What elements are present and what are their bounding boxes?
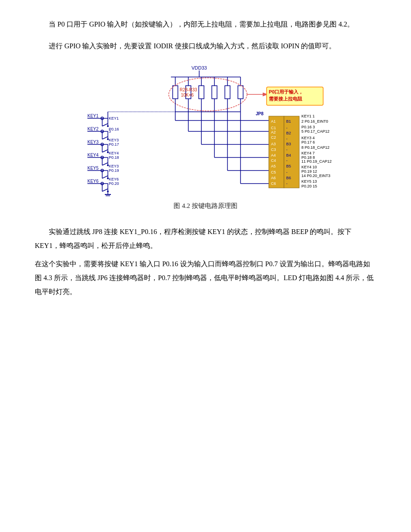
svg-text:P0.20: P0.20	[109, 181, 119, 186]
svg-text:P0.19: P0.19	[109, 168, 119, 173]
svg-text:KEY2: KEY2	[87, 127, 99, 131]
svg-text:C4: C4	[271, 158, 276, 163]
paragraph-3: 实验通过跳线 JP8 连接 KEY1_P0.16，程序检测按键 KEY1 的状态…	[35, 225, 376, 253]
svg-text:P0.17 6: P0.17 6	[301, 140, 315, 144]
svg-text:C5: C5	[271, 170, 276, 174]
svg-text:-: -	[286, 158, 287, 163]
svg-text:P0口用于输入，: P0口用于输入，	[269, 89, 303, 94]
diagram-caption: 图 4.2 按键电路原理图	[174, 200, 237, 212]
svg-text:KEY1: KEY1	[109, 116, 119, 120]
svg-text:5  P0.17_CAP12: 5 P0.17_CAP12	[301, 129, 330, 134]
svg-text:-: -	[286, 126, 287, 130]
svg-text:A4: A4	[271, 153, 276, 157]
svg-text:P0.17: P0.17	[109, 142, 119, 147]
svg-text:VDD33: VDD33	[191, 65, 207, 70]
svg-text:KEY4: KEY4	[87, 153, 99, 157]
svg-text:KEY3: KEY3	[87, 140, 99, 144]
svg-text:需要接上拉电阻: 需要接上拉电阻	[269, 96, 303, 101]
svg-text:C3: C3	[271, 147, 276, 152]
svg-text:B1: B1	[286, 119, 291, 124]
svg-text:KEY5: KEY5	[87, 166, 99, 171]
svg-text:KEY3: KEY3	[109, 164, 119, 168]
svg-point-15	[169, 78, 247, 111]
svg-text:P0.20 15: P0.20 15	[301, 184, 317, 188]
svg-text:B2: B2	[286, 131, 291, 135]
svg-text:KEY1 1: KEY1 1	[301, 114, 315, 118]
svg-text:-: -	[286, 181, 287, 186]
svg-text:KEY5 13: KEY5 13	[301, 179, 317, 184]
svg-text:R28-R33: R28-R33	[180, 87, 197, 92]
paragraph-2: 进行 GPIO 输入实验时，先要设置 IODIR 使接口线成为输入方式，然后读取…	[35, 39, 376, 53]
svg-text:P0.16 3: P0.16 3	[301, 125, 315, 129]
paragraph-4: 在这个实验中，需要将按键 KEY1 输入口 P0.16 设为输入口而蜂鸣器控制口…	[35, 257, 376, 299]
paragraph-1: 当 P0 口用于 GPIO 输入时（如按键输入），内部无上拉电阻，需要加上拉电阻…	[35, 17, 376, 31]
svg-text:A5: A5	[271, 164, 276, 168]
svg-text:8  P0.18_CAP12: 8 P0.18_CAP12	[301, 145, 330, 150]
svg-rect-11	[199, 86, 204, 99]
svg-text:KEY4 7: KEY4 7	[301, 151, 315, 155]
svg-line-55	[102, 163, 108, 165]
svg-rect-9	[173, 86, 178, 99]
svg-text:KEY6: KEY6	[87, 179, 99, 184]
svg-line-41	[102, 137, 108, 139]
svg-text:B5: B5	[286, 164, 291, 168]
svg-text:11 P0.19_CAP12: 11 P0.19_CAP12	[301, 159, 332, 164]
svg-text:KEY4 10: KEY4 10	[301, 165, 317, 169]
svg-text:KEY3 4: KEY3 4	[301, 136, 315, 140]
svg-text:JP8: JP8	[256, 111, 264, 116]
svg-text:P0.18: P0.18	[109, 155, 119, 160]
svg-rect-14	[238, 86, 243, 99]
svg-line-33	[102, 124, 108, 126]
svg-text:P0.19 12: P0.19 12	[301, 169, 317, 174]
svg-text:A6: A6	[271, 176, 276, 180]
svg-text:B3: B3	[286, 142, 291, 146]
svg-text:-: -	[286, 170, 287, 174]
svg-text:C2: C2	[271, 135, 276, 140]
svg-text:A3: A3	[271, 142, 276, 146]
circuit-diagram: VDD33 R28-R33 10K×6 P0	[71, 62, 341, 197]
svg-text:C6: C6	[271, 181, 276, 186]
svg-rect-12	[212, 86, 217, 99]
svg-text:KEY6: KEY6	[109, 177, 119, 181]
svg-line-48	[102, 150, 108, 152]
svg-text:A1: A1	[271, 119, 276, 124]
svg-line-69	[102, 189, 108, 191]
svg-line-62	[102, 176, 108, 178]
svg-text:KEY1: KEY1	[87, 114, 99, 118]
svg-text:B4: B4	[286, 153, 291, 157]
svg-text:14 P0.20_EINT3: 14 P0.20_EINT3	[301, 174, 331, 178]
svg-rect-13	[225, 86, 230, 99]
svg-text:A2: A2	[271, 130, 276, 134]
svg-text:-: -	[286, 147, 287, 152]
svg-text:-: -	[286, 137, 287, 141]
diagram-container: VDD33 R28-R33 10K×6 P0	[35, 62, 376, 221]
svg-text:KEY4: KEY4	[109, 151, 119, 155]
svg-text:B6: B6	[286, 176, 291, 180]
svg-text:C1: C1	[271, 126, 276, 130]
svg-text:3: 3	[109, 129, 111, 134]
svg-text:2  P0.16_EINT0: 2 P0.16_EINT0	[301, 119, 328, 124]
svg-text:KEY3: KEY3	[109, 138, 119, 142]
svg-text:10K×6: 10K×6	[181, 93, 194, 97]
